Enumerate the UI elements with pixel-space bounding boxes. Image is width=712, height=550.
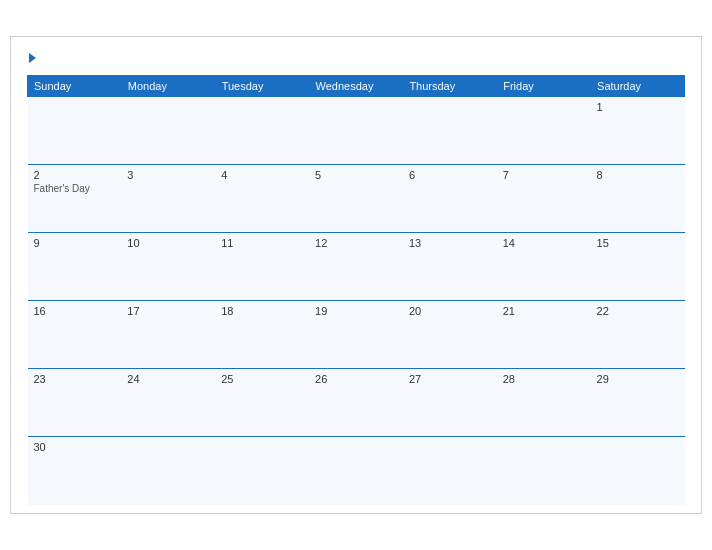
day-number: 15 xyxy=(597,237,609,249)
calendar-cell xyxy=(403,437,497,505)
day-number: 4 xyxy=(221,169,227,181)
calendar-cell xyxy=(591,437,685,505)
calendar-cell: 22 xyxy=(591,301,685,369)
calendar-cell: 23 xyxy=(28,369,122,437)
calendar-cell: 12 xyxy=(309,233,403,301)
weekday-header-saturday: Saturday xyxy=(591,76,685,97)
calendar-cell: 4 xyxy=(215,165,309,233)
day-event: Father's Day xyxy=(34,183,116,194)
calendar-cell xyxy=(403,97,497,165)
day-number: 22 xyxy=(597,305,609,317)
day-number: 20 xyxy=(409,305,421,317)
calendar-cell: 2Father's Day xyxy=(28,165,122,233)
calendar-cell: 11 xyxy=(215,233,309,301)
weekday-header-tuesday: Tuesday xyxy=(215,76,309,97)
calendar-cell: 14 xyxy=(497,233,591,301)
calendar-header xyxy=(27,53,685,63)
calendar-cell: 3 xyxy=(121,165,215,233)
week-row-0: 1 xyxy=(28,97,685,165)
calendar-cell: 24 xyxy=(121,369,215,437)
weekday-header-sunday: Sunday xyxy=(28,76,122,97)
week-row-5: 30 xyxy=(28,437,685,505)
day-number: 13 xyxy=(409,237,421,249)
calendar-cell: 25 xyxy=(215,369,309,437)
day-number: 24 xyxy=(127,373,139,385)
day-number: 21 xyxy=(503,305,515,317)
calendar-cell xyxy=(121,437,215,505)
day-number: 16 xyxy=(34,305,46,317)
calendar-cell: 27 xyxy=(403,369,497,437)
calendar-cell: 5 xyxy=(309,165,403,233)
calendar-cell xyxy=(215,437,309,505)
day-number: 30 xyxy=(34,441,46,453)
day-number: 6 xyxy=(409,169,415,181)
day-number: 26 xyxy=(315,373,327,385)
weekday-header-friday: Friday xyxy=(497,76,591,97)
week-row-4: 23242526272829 xyxy=(28,369,685,437)
day-number: 28 xyxy=(503,373,515,385)
week-row-2: 9101112131415 xyxy=(28,233,685,301)
calendar-cell: 9 xyxy=(28,233,122,301)
calendar-cell: 6 xyxy=(403,165,497,233)
day-number: 5 xyxy=(315,169,321,181)
calendar-cell: 8 xyxy=(591,165,685,233)
day-number: 14 xyxy=(503,237,515,249)
day-number: 8 xyxy=(597,169,603,181)
calendar-cell: 21 xyxy=(497,301,591,369)
calendar-cell: 19 xyxy=(309,301,403,369)
calendar-cell: 18 xyxy=(215,301,309,369)
logo-triangle-icon xyxy=(29,53,36,63)
day-number: 29 xyxy=(597,373,609,385)
calendar-cell: 10 xyxy=(121,233,215,301)
day-number: 27 xyxy=(409,373,421,385)
day-number: 23 xyxy=(34,373,46,385)
calendar-cell xyxy=(497,97,591,165)
day-number: 18 xyxy=(221,305,233,317)
weekday-header-wednesday: Wednesday xyxy=(309,76,403,97)
calendar-cell xyxy=(309,97,403,165)
day-number: 19 xyxy=(315,305,327,317)
day-number: 1 xyxy=(597,101,603,113)
week-row-3: 16171819202122 xyxy=(28,301,685,369)
week-row-1: 2Father's Day345678 xyxy=(28,165,685,233)
calendar-cell xyxy=(215,97,309,165)
calendar-cell: 26 xyxy=(309,369,403,437)
day-number: 11 xyxy=(221,237,233,249)
calendar-cell: 30 xyxy=(28,437,122,505)
weekday-header-row: SundayMondayTuesdayWednesdayThursdayFrid… xyxy=(28,76,685,97)
day-number: 3 xyxy=(127,169,133,181)
calendar-cell: 20 xyxy=(403,301,497,369)
day-number: 12 xyxy=(315,237,327,249)
weekday-header-monday: Monday xyxy=(121,76,215,97)
calendar-grid: SundayMondayTuesdayWednesdayThursdayFrid… xyxy=(27,75,685,505)
calendar-cell: 29 xyxy=(591,369,685,437)
weekday-header-thursday: Thursday xyxy=(403,76,497,97)
calendar-cell: 15 xyxy=(591,233,685,301)
logo xyxy=(27,53,36,63)
calendar-cell: 7 xyxy=(497,165,591,233)
day-number: 7 xyxy=(503,169,509,181)
calendar-cell xyxy=(497,437,591,505)
logo-blue-text xyxy=(27,53,36,63)
day-number: 10 xyxy=(127,237,139,249)
calendar-cell: 13 xyxy=(403,233,497,301)
calendar-cell xyxy=(121,97,215,165)
day-number: 17 xyxy=(127,305,139,317)
calendar-cell: 1 xyxy=(591,97,685,165)
day-number: 9 xyxy=(34,237,40,249)
day-number: 2 xyxy=(34,169,40,181)
calendar-cell: 28 xyxy=(497,369,591,437)
calendar-container: SundayMondayTuesdayWednesdayThursdayFrid… xyxy=(10,36,702,514)
day-number: 25 xyxy=(221,373,233,385)
calendar-cell xyxy=(309,437,403,505)
calendar-cell xyxy=(28,97,122,165)
calendar-cell: 17 xyxy=(121,301,215,369)
calendar-cell: 16 xyxy=(28,301,122,369)
